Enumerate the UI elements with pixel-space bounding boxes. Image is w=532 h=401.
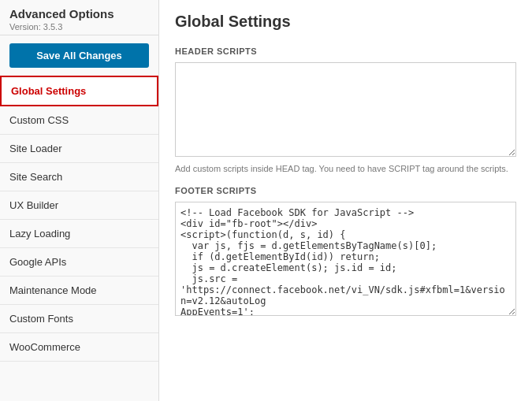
sidebar-item-global-settings[interactable]: Global Settings [0, 76, 158, 106]
sidebar-nav: Global Settings Custom CSS Site Loader S… [0, 76, 158, 362]
footer-scripts-label: FOOTER SCRIPTS [175, 186, 516, 195]
footer-scripts-textarea[interactable] [175, 202, 516, 316]
main-content: Global Settings HEADER SCRIPTS Add custo… [159, 0, 532, 401]
sidebar-item-site-loader[interactable]: Site Loader [0, 135, 158, 163]
sidebar: Advanced Options Version: 3.5.3 Save All… [0, 0, 159, 401]
sidebar-header: Advanced Options Version: 3.5.3 [0, 0, 158, 35]
sidebar-item-lazy-loading[interactable]: Lazy Loading [0, 220, 158, 248]
sidebar-item-site-search[interactable]: Site Search [0, 163, 158, 191]
header-scripts-label: HEADER SCRIPTS [175, 46, 516, 56]
sidebar-item-custom-fonts[interactable]: Custom Fonts [0, 305, 158, 333]
sidebar-item-maintenance-mode[interactable]: Maintenance Mode [0, 277, 158, 305]
header-scripts-section: HEADER SCRIPTS Add custom scripts inside… [175, 46, 516, 173]
sidebar-title: Advanced Options [9, 6, 149, 22]
footer-scripts-section: FOOTER SCRIPTS [175, 186, 516, 318]
header-scripts-textarea[interactable] [175, 62, 516, 157]
header-scripts-hint: Add custom scripts inside HEAD tag. You … [175, 164, 516, 173]
sidebar-version: Version: 3.5.3 [9, 22, 149, 32]
sidebar-item-google-apis[interactable]: Google APIs [0, 248, 158, 277]
sidebar-item-woocommerce[interactable]: WooCommerce [0, 333, 158, 362]
page-title: Global Settings [175, 13, 516, 31]
save-all-changes-button[interactable]: Save All Changes [9, 43, 149, 68]
sidebar-item-custom-css[interactable]: Custom CSS [0, 106, 158, 135]
sidebar-item-ux-builder[interactable]: UX Builder [0, 191, 158, 220]
